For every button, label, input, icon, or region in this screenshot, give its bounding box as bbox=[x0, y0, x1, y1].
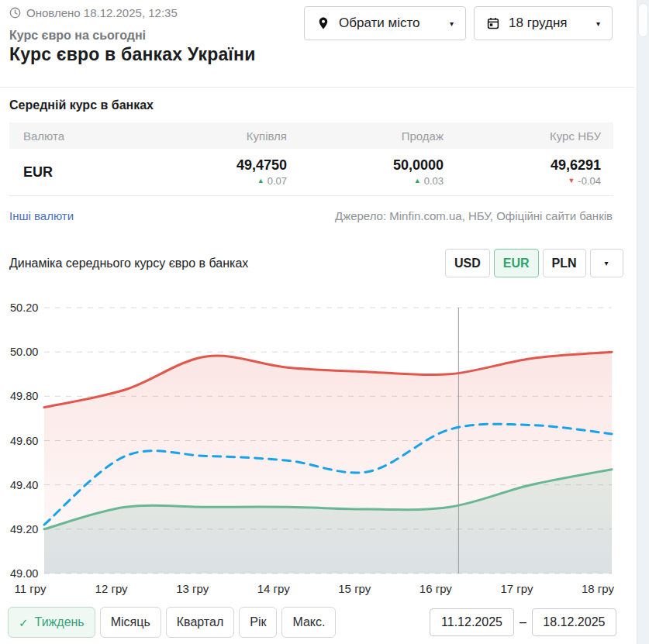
rates-chart[interactable]: 50.2050.0049.8049.6049.4049.2049.0011 гр… bbox=[0, 298, 636, 604]
tab-pln[interactable]: PLN bbox=[543, 249, 586, 277]
up-arrow-icon: ▲ bbox=[257, 177, 264, 184]
date-range-separator: – bbox=[518, 615, 528, 629]
range-button-label: Місяць bbox=[111, 615, 150, 629]
page-scrollbar-thumb[interactable] bbox=[638, 3, 648, 37]
currency-code: EUR bbox=[9, 164, 126, 181]
column-header-currency: Валюта bbox=[9, 129, 126, 143]
page: Оновлено 18.12.2025, 12:35 Курс євро на … bbox=[0, 0, 649, 644]
sell-cell: 50,0000 ▲ 0.03 bbox=[287, 157, 444, 187]
rates-chart-svg: 50.2050.0049.8049.6049.4049.2049.0011 гр… bbox=[0, 298, 636, 604]
calendar-icon bbox=[486, 15, 500, 31]
svg-text:14 гру: 14 гру bbox=[257, 582, 290, 595]
rates-table: Валюта Купівля Продаж Курс НБУ EUR 49,47… bbox=[9, 122, 613, 196]
caret-down-icon: ▾ bbox=[596, 19, 600, 28]
range-button-year[interactable]: Рік bbox=[239, 607, 277, 638]
range-button-max[interactable]: Макс. bbox=[281, 607, 336, 638]
more-currencies-button[interactable]: ▾ bbox=[590, 249, 623, 277]
buy-value: 49,4750 bbox=[126, 157, 287, 174]
chart-area-fills bbox=[44, 352, 612, 573]
sell-change-value: 0.03 bbox=[424, 175, 444, 187]
range-buttons: ✓ Тиждень Місяць Квартал Рік Макс. bbox=[8, 607, 336, 638]
source-text: Джерело: Minfin.com.ua, НБУ, Офіційні са… bbox=[335, 209, 613, 222]
buy-cell: 49,4750 ▲ 0.07 bbox=[126, 157, 287, 187]
date-from-input[interactable] bbox=[430, 608, 514, 636]
range-button-label: Тиждень bbox=[35, 615, 85, 629]
check-icon: ✓ bbox=[19, 617, 29, 629]
nbu-change-value: -0.04 bbox=[578, 175, 601, 187]
page-scrollbar-track bbox=[637, 0, 649, 644]
svg-text:13 гру: 13 гру bbox=[176, 582, 209, 595]
up-arrow-icon: ▲ bbox=[414, 177, 421, 184]
column-header-nbu: Курс НБУ bbox=[444, 129, 613, 143]
currency-tabs: USD EUR PLN ▾ bbox=[445, 249, 623, 277]
column-header-buy: Купівля bbox=[126, 129, 287, 143]
range-button-label: Квартал bbox=[177, 615, 223, 629]
tab-eur[interactable]: EUR bbox=[494, 249, 539, 277]
date-dropdown[interactable]: 18 грудня ▾ bbox=[474, 6, 613, 40]
other-currencies-link[interactable]: Інші валюти bbox=[9, 209, 74, 222]
city-dropdown-label: Обрати місто bbox=[339, 15, 420, 31]
caret-down-icon: ▾ bbox=[605, 259, 609, 267]
svg-text:50.20: 50.20 bbox=[10, 301, 38, 314]
svg-text:49.60: 49.60 bbox=[10, 435, 38, 447]
sell-value: 50,0000 bbox=[287, 157, 444, 174]
rates-table-header: Валюта Купівля Продаж Курс НБУ bbox=[9, 122, 613, 149]
svg-text:12 гру: 12 гру bbox=[95, 582, 128, 595]
section-divider bbox=[0, 87, 634, 88]
page-subtitle: Курс євро на сьогодні bbox=[9, 29, 146, 43]
svg-text:15 гру: 15 гру bbox=[338, 582, 371, 595]
range-button-quarter[interactable]: Квартал bbox=[166, 607, 234, 638]
table-row: EUR 49,4750 ▲ 0.07 50,0000 ▲ 0.03 49,629… bbox=[9, 149, 613, 196]
buy-change-badge: ▲ 0.07 bbox=[126, 175, 287, 187]
date-dropdown-label: 18 грудня bbox=[509, 15, 568, 31]
clock-icon bbox=[9, 7, 21, 19]
city-dropdown[interactable]: Обрати місто ▾ bbox=[304, 6, 466, 40]
date-range-picker: – bbox=[430, 608, 616, 636]
range-button-label: Рік bbox=[250, 615, 266, 629]
svg-text:49.80: 49.80 bbox=[10, 390, 38, 402]
updated-row: Оновлено 18.12.2025, 12:35 bbox=[9, 6, 178, 19]
svg-text:16 гру: 16 гру bbox=[419, 582, 452, 595]
column-header-sell: Продаж bbox=[287, 129, 444, 143]
svg-text:18 гру: 18 гру bbox=[582, 582, 614, 595]
down-arrow-icon: ▼ bbox=[568, 177, 575, 184]
svg-text:11 гру: 11 гру bbox=[15, 582, 47, 595]
rates-section-title: Середній курс в банках bbox=[9, 98, 154, 112]
location-pin-icon bbox=[316, 15, 330, 31]
buy-change-value: 0.07 bbox=[268, 175, 287, 187]
svg-text:17 гру: 17 гру bbox=[500, 582, 533, 595]
chart-title: Динаміка середнього курсу євро в банках bbox=[9, 257, 248, 270]
svg-text:50.00: 50.00 bbox=[10, 346, 38, 358]
updated-text: Оновлено 18.12.2025, 12:35 bbox=[26, 6, 178, 19]
svg-text:49.40: 49.40 bbox=[10, 479, 38, 491]
tab-usd[interactable]: USD bbox=[445, 249, 490, 277]
caret-down-icon: ▾ bbox=[450, 19, 454, 28]
svg-text:49.00: 49.00 bbox=[10, 567, 38, 580]
date-to-input[interactable] bbox=[532, 608, 616, 636]
range-button-label: Макс. bbox=[292, 615, 325, 629]
nbu-cell: 49,6291 ▼ -0.04 bbox=[444, 157, 613, 187]
svg-text:49.20: 49.20 bbox=[10, 523, 38, 536]
nbu-value: 49,6291 bbox=[444, 157, 601, 174]
page-title: Курс євро в банках України bbox=[9, 44, 255, 65]
range-button-week[interactable]: ✓ Тиждень bbox=[8, 607, 95, 638]
nbu-change-badge: ▼ -0.04 bbox=[444, 175, 601, 187]
range-button-month[interactable]: Місяць bbox=[100, 607, 161, 638]
sell-change-badge: ▲ 0.03 bbox=[287, 175, 444, 187]
